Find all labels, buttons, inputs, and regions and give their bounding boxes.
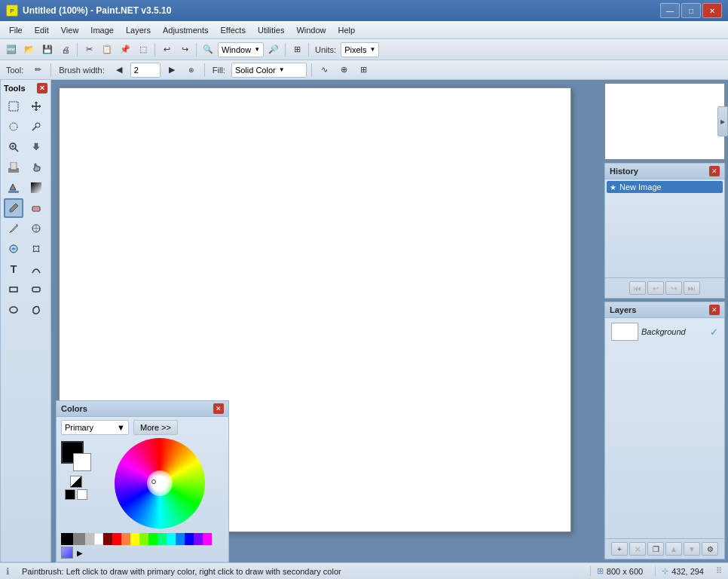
menu-help[interactable]: Help bbox=[332, 24, 362, 36]
palette-swatch-orange[interactable] bbox=[121, 533, 130, 545]
secondary-color-swatch[interactable] bbox=[73, 453, 91, 471]
brush-width-decrease[interactable]: ◀ bbox=[111, 62, 127, 78]
tools-close-button[interactable]: ✕ bbox=[37, 83, 47, 93]
layer-properties-button[interactable]: ⚙ bbox=[702, 542, 718, 556]
tool-lasso-select[interactable] bbox=[4, 117, 23, 136]
tool-eraser[interactable] bbox=[26, 198, 46, 218]
layer-delete-button[interactable]: ✕ bbox=[629, 542, 646, 556]
history-redo-button[interactable]: ↪ bbox=[665, 281, 682, 295]
thumbnail-scroll[interactable]: ▶ bbox=[717, 106, 728, 136]
history-close-button[interactable]: ✕ bbox=[709, 166, 720, 176]
zoom-dropdown[interactable]: Window ▼ bbox=[218, 42, 264, 57]
brush-width-input[interactable]: 2 bbox=[130, 63, 161, 78]
palette-swatch-red[interactable] bbox=[112, 533, 121, 545]
open-button[interactable]: 📂 bbox=[21, 41, 38, 58]
history-first-button[interactable]: ⏮ bbox=[629, 281, 646, 295]
swap-colors-icon[interactable] bbox=[70, 476, 82, 488]
print-button[interactable]: 🖨 bbox=[57, 41, 74, 58]
palette-swatch-violet[interactable] bbox=[194, 533, 203, 545]
colors-close-button[interactable]: ✕ bbox=[213, 403, 224, 414]
save-button[interactable]: 💾 bbox=[39, 41, 56, 58]
menu-image[interactable]: Image bbox=[84, 24, 120, 36]
history-undo-button[interactable]: ↩ bbox=[647, 281, 664, 295]
zoom-out-button[interactable]: 🔍 bbox=[200, 41, 216, 58]
color-wheel[interactable] bbox=[115, 438, 205, 528]
palette-extra-1[interactable] bbox=[61, 547, 73, 559]
palette-swatch-azure[interactable] bbox=[176, 533, 185, 545]
undo-button[interactable]: ↩ bbox=[158, 41, 175, 58]
new-button[interactable]: 🆕 bbox=[3, 41, 20, 58]
tool-hand[interactable] bbox=[26, 158, 46, 177]
layer-visibility-check[interactable]: ✓ bbox=[710, 326, 718, 338]
tool-freeform[interactable] bbox=[26, 300, 46, 320]
copy-button[interactable]: 📋 bbox=[99, 41, 115, 58]
antialiasing-button[interactable]: ∿ bbox=[317, 62, 333, 78]
tool-ellipse[interactable] bbox=[4, 300, 23, 320]
tool-paint-bucket[interactable] bbox=[4, 178, 23, 198]
tool-text[interactable]: T bbox=[4, 259, 23, 279]
brush-width-increase[interactable]: ▶ bbox=[164, 62, 180, 78]
more-colors-button[interactable]: More >> bbox=[133, 420, 178, 435]
tool-zoom[interactable] bbox=[4, 137, 23, 157]
palette-swatch-magenta[interactable] bbox=[203, 533, 212, 545]
fill-dropdown[interactable]: Solid Color ▼ bbox=[231, 63, 307, 78]
tool-color-picker[interactable] bbox=[4, 158, 23, 177]
palette-swatch-green[interactable] bbox=[148, 533, 158, 545]
tool-smudge[interactable] bbox=[26, 239, 46, 259]
menu-edit[interactable]: Edit bbox=[29, 24, 55, 36]
deselect-button[interactable]: ⬚ bbox=[135, 41, 151, 58]
tool-pencil[interactable] bbox=[4, 219, 23, 238]
menu-utilities[interactable]: Utilities bbox=[252, 24, 290, 36]
units-dropdown[interactable]: Pixels ▼ bbox=[341, 42, 379, 57]
layer-duplicate-button[interactable]: ❐ bbox=[647, 542, 664, 556]
tool-rounded-rect[interactable] bbox=[26, 280, 46, 299]
layer-down-button[interactable]: ▼ bbox=[684, 542, 700, 556]
menu-view[interactable]: View bbox=[55, 24, 85, 36]
black-swatch[interactable] bbox=[65, 489, 75, 500]
menu-window[interactable]: Window bbox=[290, 24, 332, 36]
tool-move-selection[interactable] bbox=[26, 96, 46, 116]
history-item[interactable]: ★ New Image bbox=[607, 181, 723, 193]
redo-button[interactable]: ↪ bbox=[176, 41, 193, 58]
layer-add-button[interactable]: + bbox=[611, 542, 628, 556]
palette-swatch-gray[interactable] bbox=[73, 533, 85, 545]
palette-swatch-blue[interactable] bbox=[185, 533, 194, 545]
extra-options-button[interactable]: ⊞ bbox=[356, 62, 372, 78]
grid-button[interactable]: ⊞ bbox=[289, 41, 305, 58]
palette-swatch-silver[interactable] bbox=[85, 533, 94, 545]
layer-up-button[interactable]: ▲ bbox=[665, 542, 682, 556]
maximize-button[interactable]: □ bbox=[681, 3, 701, 18]
zoom-in-button[interactable]: 🔎 bbox=[265, 41, 282, 58]
tool-clone-stamp[interactable] bbox=[26, 219, 46, 238]
tool-gradient[interactable] bbox=[26, 178, 46, 198]
layer-item[interactable]: Background ✓ bbox=[607, 320, 723, 344]
layers-close-button[interactable]: ✕ bbox=[709, 305, 720, 315]
palette-swatch-black[interactable] bbox=[61, 533, 73, 545]
brush-width-extra[interactable]: ⊕ bbox=[183, 62, 200, 78]
menu-file[interactable]: File bbox=[3, 24, 29, 36]
blend-mode-button[interactable]: ⊕ bbox=[336, 62, 353, 78]
tool-rectangle-select[interactable] bbox=[4, 96, 23, 116]
palette-swatch-cyan[interactable] bbox=[167, 533, 176, 545]
history-last-button[interactable]: ⏭ bbox=[684, 281, 700, 295]
minimize-button[interactable]: — bbox=[660, 3, 680, 18]
tool-rectangle[interactable] bbox=[4, 280, 23, 299]
menu-effects[interactable]: Effects bbox=[215, 24, 252, 36]
palette-swatch-white[interactable] bbox=[94, 533, 103, 545]
tool-pan[interactable] bbox=[26, 137, 46, 157]
tool-recolor[interactable] bbox=[4, 239, 23, 259]
palette-arrow-icon[interactable]: ▶ bbox=[75, 547, 85, 558]
palette-swatch-yellow[interactable] bbox=[130, 533, 139, 545]
color-mode-dropdown[interactable]: Primary ▼ bbox=[61, 420, 129, 435]
white-swatch[interactable] bbox=[77, 489, 87, 500]
palette-swatch-maroon[interactable] bbox=[103, 533, 112, 545]
tool-line-curve[interactable] bbox=[26, 259, 46, 279]
tool-paintbrush[interactable] bbox=[4, 198, 23, 218]
tool-magic-wand[interactable] bbox=[26, 117, 46, 136]
cut-button[interactable]: ✂ bbox=[81, 41, 97, 58]
menu-adjustments[interactable]: Adjustments bbox=[157, 24, 215, 36]
menu-layers[interactable]: Layers bbox=[120, 24, 157, 36]
palette-swatch-teal[interactable] bbox=[158, 533, 167, 545]
close-button[interactable]: ✕ bbox=[702, 3, 722, 18]
paste-button[interactable]: 📌 bbox=[117, 41, 133, 58]
